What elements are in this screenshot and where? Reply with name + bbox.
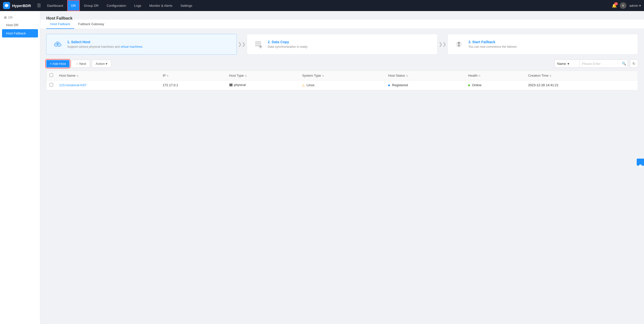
user-menu[interactable]: admin ▾ [629, 4, 641, 8]
app-logo: HyperBDR [3, 2, 31, 9]
row-checkbox-cell [47, 80, 56, 90]
step-3-info: 3. Start Failback You can now commence t… [468, 40, 517, 49]
row-host-type-value: physical [234, 83, 246, 87]
sidebar-item-host-failback[interactable]: Host Failback [2, 29, 38, 37]
row-host-status-cell: Registered [385, 80, 465, 90]
step-1-icon [52, 38, 64, 50]
steps-banner: 1. Select Host Support various physical … [46, 34, 638, 55]
sort-ip-icon[interactable]: ⇅ [167, 74, 169, 77]
host-type-icon-wrap: physical [229, 83, 246, 87]
sort-creation-time-icon[interactable]: ⇅ [549, 74, 551, 77]
add-host-button[interactable]: + Add Host [46, 60, 69, 67]
tab-host-failback[interactable]: Host Failback [46, 20, 74, 29]
step-3-title: 3. Start Failback [468, 40, 517, 44]
step-1-title: 1. Select Host [67, 40, 143, 44]
step-sep-2-3: ❯❯ [437, 34, 448, 55]
row-host-type-cell: physical [226, 80, 299, 90]
svg-rect-1 [255, 43, 261, 44]
row-health-cell: Online [465, 80, 525, 90]
hosts-table-container: Host Name ⇅ IP ⇅ Host Type ⇅ System [46, 71, 638, 90]
next-button[interactable]: → Next [71, 60, 90, 68]
row-system-type-value: Linux [307, 83, 314, 87]
logo-icon [3, 2, 10, 9]
nav-item-monitor-alerts[interactable]: Monitor & Alerts [145, 0, 176, 11]
sort-host-type-icon[interactable]: ⇅ [245, 74, 247, 77]
nav-item-settings[interactable]: Settings [176, 0, 196, 11]
sidebar: ⊞ DR Host DR Host Failback [0, 11, 40, 324]
action-button[interactable]: Action ▾ [92, 60, 111, 68]
col-ip: IP ⇅ [160, 71, 226, 80]
step-2-title: 2. Data Copy [268, 40, 308, 44]
svg-rect-6 [229, 85, 232, 85]
sidebar-item-host-dr[interactable]: Host DR [0, 21, 40, 29]
select-all-checkbox[interactable] [50, 73, 53, 77]
step-3-card: 3. Start Failback You can now commence t… [448, 34, 638, 55]
user-dropdown-icon: ▾ [639, 4, 641, 8]
select-chevron-icon: ▾ [568, 62, 569, 66]
toolbar-right: Name ▾ 🔍 ↻ [554, 60, 638, 68]
row-checkbox[interactable] [50, 83, 53, 86]
row-creation-time-value: 2023-12-28 14:41:21 [528, 83, 559, 87]
notification-bell[interactable]: 🔔 7 [612, 3, 617, 8]
search-icon-button[interactable]: 🔍 [620, 60, 628, 67]
step-sep-1-2: ❯❯ [237, 34, 247, 55]
main-content: Host Failback Host Failback Failback Gat… [40, 11, 644, 324]
physical-type-icon [229, 83, 233, 87]
sort-health-icon[interactable]: ⇅ [478, 74, 480, 77]
col-host-type: Host Type ⇅ [226, 71, 299, 80]
row-health-value: Online [472, 83, 481, 87]
sort-host-status-icon[interactable]: ⇅ [406, 74, 408, 77]
refresh-button[interactable]: ↻ [630, 60, 638, 68]
step-2-desc: Data synchronization is ready. [268, 45, 308, 49]
col-creation-time: Creation Time ⇅ [525, 71, 638, 80]
status-registered-dot [388, 84, 390, 86]
search-controls: Name ▾ 🔍 [554, 60, 628, 68]
step-2-icon [252, 38, 264, 50]
step-1-desc: Support various physical machines and vi… [67, 45, 143, 49]
search-input[interactable] [580, 60, 620, 67]
os-icon: △ [302, 83, 305, 87]
sidebar-section-label: DR [8, 16, 13, 19]
sidebar-section-dr: ⊞ DR [0, 14, 40, 21]
col-checkbox [47, 71, 56, 80]
row-host-name-cell: 123.novalocal-fc67 [56, 80, 160, 90]
nav-right: 🔔 7 A admin ▾ [612, 2, 641, 9]
sort-system-type-icon[interactable]: ⇅ [322, 74, 324, 77]
search-input-wrap: 🔍 [580, 60, 628, 68]
tabs-container: Host Failback Failback Gateway [40, 20, 644, 29]
bell-badge: 7 [614, 2, 618, 5]
status-online-dot [468, 84, 470, 86]
top-navigation: HyperBDR ☰ Dashboard DR Group DR Configu… [0, 0, 644, 11]
svg-rect-0 [255, 41, 261, 42]
user-label: admin [629, 4, 638, 8]
step-2-info: 2. Data Copy Data synchronization is rea… [268, 40, 308, 49]
nav-item-logs[interactable]: Logs [130, 0, 145, 11]
user-avatar: A [620, 2, 626, 9]
col-host-status: Host Status ⇅ [385, 71, 465, 80]
step-1-link[interactable]: virtual machines. [120, 45, 143, 49]
online-support-button[interactable]: 在线客服 [637, 159, 644, 166]
nav-item-dr[interactable]: DR [67, 0, 80, 11]
search-filter-select[interactable]: Name ▾ [554, 60, 580, 68]
hosts-table: Host Name ⇅ IP ⇅ Host Type ⇅ System [47, 71, 638, 90]
step-3-icon [453, 38, 465, 50]
row-host-status-value: Registered [392, 83, 408, 87]
action-label: Action [96, 62, 105, 66]
sort-host-name-icon[interactable]: ⇅ [76, 74, 78, 77]
col-health: Health ⇅ [465, 71, 525, 80]
row-host-name-link[interactable]: 123.novalocal-fc67 [59, 83, 87, 87]
nav-item-group-dr[interactable]: Group DR [80, 0, 103, 11]
nav-item-configuration[interactable]: Configuration [103, 0, 130, 11]
table-row: 123.novalocal-fc67 172.17.0.1 [47, 80, 638, 90]
search-select-label: Name [557, 62, 566, 66]
dr-section-icon: ⊞ [4, 16, 7, 19]
next-label: → Next [75, 62, 86, 66]
table-header-row: Host Name ⇅ IP ⇅ Host Type ⇅ System [47, 71, 638, 80]
row-system-type-cell: △ Linux [299, 80, 385, 90]
tab-failback-gateway[interactable]: Failback Gateway [74, 20, 108, 29]
hamburger-menu[interactable]: ☰ [35, 2, 43, 9]
refresh-icon: ↻ [632, 62, 635, 66]
add-host-label: + Add Host [50, 62, 66, 66]
step-3-desc: You can now commence the failover. [468, 45, 517, 49]
nav-item-dashboard[interactable]: Dashboard [43, 0, 67, 11]
